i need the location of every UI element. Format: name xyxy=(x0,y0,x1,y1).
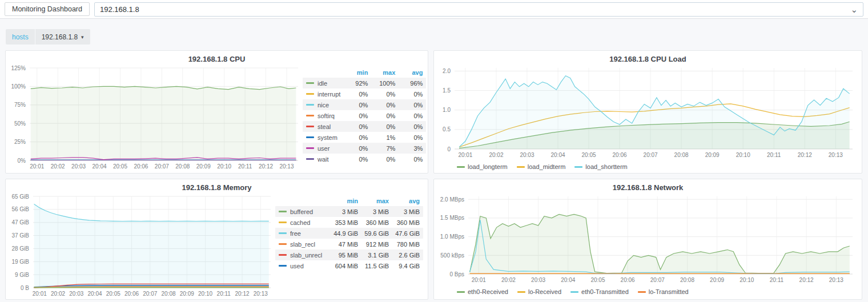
topbar: Monitoring Dashboard 192.168.1.8 ⌄ xyxy=(0,0,868,19)
series-color-swatch xyxy=(306,104,314,106)
svg-text:20:13: 20:13 xyxy=(254,291,268,297)
svg-text:19 GiB: 19 GiB xyxy=(11,259,29,265)
svg-text:20:13: 20:13 xyxy=(829,277,843,283)
legend-item-load_longterm[interactable]: load_longterm xyxy=(457,163,508,170)
legend-item-lo-Transmitted[interactable]: lo-Transmitted xyxy=(638,288,689,295)
svg-text:56 GiB: 56 GiB xyxy=(11,206,29,212)
panel-title-cpu-load[interactable]: 192.168.1.8 CPU Load xyxy=(434,51,862,65)
svg-text:20:10: 20:10 xyxy=(740,277,754,283)
svg-text:20:07: 20:07 xyxy=(650,277,665,283)
svg-text:1.0: 1.0 xyxy=(443,107,451,113)
legend-row-steal[interactable]: steal0%0%0% xyxy=(303,121,426,132)
legend-row-interrupt[interactable]: interrupt0%0%0% xyxy=(303,88,426,99)
panel-title-cpu[interactable]: 192.168.1.8 CPU xyxy=(6,51,428,65)
svg-text:20:11: 20:11 xyxy=(770,277,784,283)
panel-network: 192.168.1.8 Network 20:0120:0220:0320:04… xyxy=(433,179,862,300)
dashboard-title-button[interactable]: Monitoring Dashboard xyxy=(5,2,90,16)
svg-text:1.5: 1.5 xyxy=(443,87,451,94)
series-color-swatch xyxy=(279,243,287,245)
series-color-swatch xyxy=(574,166,582,168)
series-color-swatch xyxy=(570,291,578,293)
svg-text:500 kBps: 500 kBps xyxy=(440,252,464,259)
cpu-load-legend: load_longtermload_midtermload_shortterm xyxy=(436,162,859,170)
memory-chart[interactable]: 20:0120:0220:0320:0420:0520:0620:0720:08… xyxy=(8,193,275,300)
cpu_load-plot: 20:0120:0220:0320:0420:0520:0620:0720:08… xyxy=(436,65,857,159)
panel-cpu: 192.168.1.8 CPU 20:0120:0220:0320:0420:0… xyxy=(5,50,428,174)
svg-text:75%: 75% xyxy=(14,102,26,108)
legend-row-buffered[interactable]: buffered3 MiB3 MiB3 MiB xyxy=(275,206,423,217)
legend-row-user[interactable]: user0%7%3% xyxy=(303,143,426,154)
panel-title-network[interactable]: 192.168.1.8 Network xyxy=(434,179,862,193)
panel-memory: 192.168.1.8 Memory 20:0120:0220:0320:042… xyxy=(5,179,428,300)
svg-text:20:08: 20:08 xyxy=(680,277,694,283)
svg-text:20:04: 20:04 xyxy=(88,291,102,297)
svg-text:20:12: 20:12 xyxy=(798,152,812,158)
svg-text:20:10: 20:10 xyxy=(217,163,231,170)
legend-item-lo-Received[interactable]: lo-Received xyxy=(517,288,561,295)
cpu-chart[interactable]: 20:0120:0220:0320:0420:0520:0620:0720:08… xyxy=(8,65,303,173)
svg-text:65 GiB: 65 GiB xyxy=(11,194,29,200)
svg-text:20:02: 20:02 xyxy=(51,291,65,297)
host-dropdown-button[interactable]: 192.168.1.8 ▾ xyxy=(35,29,90,45)
svg-text:20:02: 20:02 xyxy=(501,277,516,283)
svg-text:20:11: 20:11 xyxy=(767,152,781,158)
legend-header: minmaxavg xyxy=(275,195,423,206)
svg-text:1.0 MBps: 1.0 MBps xyxy=(440,233,464,240)
svg-text:0%: 0% xyxy=(18,158,26,164)
series-color-swatch xyxy=(306,115,314,116)
host-select-value: 192.168.1.8 xyxy=(100,5,139,14)
series-color-swatch xyxy=(306,136,314,138)
svg-text:20:07: 20:07 xyxy=(155,163,169,170)
svg-text:20:03: 20:03 xyxy=(71,163,86,170)
svg-text:20:11: 20:11 xyxy=(238,163,252,170)
tagbar: hosts 192.168.1.8 ▾ xyxy=(6,29,868,45)
svg-text:20:11: 20:11 xyxy=(217,291,231,297)
memory-plot: 20:0120:0220:0320:0420:0520:0620:0720:08… xyxy=(8,193,275,298)
svg-text:20:10: 20:10 xyxy=(736,152,750,158)
svg-text:20:02: 20:02 xyxy=(51,163,65,170)
dashboard-grid: 192.168.1.8 CPU 20:0120:0220:0320:0420:0… xyxy=(0,45,868,300)
svg-text:20:13: 20:13 xyxy=(279,163,294,170)
panel-cpu-load: 192.168.1.8 CPU Load 20:0120:0220:0320:0… xyxy=(433,50,862,174)
cpu-load-chart[interactable]: 20:0120:0220:0320:0420:0520:0620:0720:08… xyxy=(436,65,859,162)
svg-text:0 Bps: 0 Bps xyxy=(449,271,464,277)
network-chart[interactable]: 20:0120:0220:0320:0420:0520:0620:0720:08… xyxy=(436,193,859,287)
legend-header: minmaxavg xyxy=(303,67,426,78)
legend-row-free[interactable]: free44.9 GiB59.6 GiB47.6 GiB xyxy=(275,228,423,239)
svg-text:20:04: 20:04 xyxy=(550,152,565,158)
host-dropdown-label: 192.168.1.8 xyxy=(42,33,78,41)
legend-row-nice[interactable]: nice0%0%0% xyxy=(303,99,426,110)
legend-row-softirq[interactable]: softirq0%0%0% xyxy=(303,110,426,121)
legend-item-load_midterm[interactable]: load_midterm xyxy=(517,163,566,170)
svg-text:20:12: 20:12 xyxy=(235,291,249,297)
svg-text:37 GiB: 37 GiB xyxy=(11,232,29,239)
svg-text:9 GiB: 9 GiB xyxy=(15,272,29,278)
svg-text:0 B: 0 B xyxy=(21,285,29,291)
legend-item-eth0-Received[interactable]: eth0-Received xyxy=(457,288,508,295)
series-color-swatch xyxy=(457,166,465,168)
host-select[interactable]: 192.168.1.8 ⌄ xyxy=(94,2,863,17)
svg-text:20:02: 20:02 xyxy=(489,152,503,158)
legend-row-slab_unrecl[interactable]: slab_unrecl95 MiB3.1 GiB2.6 GiB xyxy=(275,249,423,260)
legend-item-load_shortterm[interactable]: load_shortterm xyxy=(574,163,627,170)
legend-row-cached[interactable]: cached353 MiB360 MiB360 MiB xyxy=(275,217,423,228)
series-color-swatch xyxy=(306,126,314,127)
legend-row-wait[interactable]: wait0%0%0% xyxy=(303,154,426,164)
legend-item-eth0-Transmitted[interactable]: eth0-Transmitted xyxy=(570,288,629,295)
svg-text:20:01: 20:01 xyxy=(30,163,44,170)
legend-row-slab_recl[interactable]: slab_recl47 MiB912 MiB780 MiB xyxy=(275,239,423,249)
svg-text:20:12: 20:12 xyxy=(259,163,273,170)
cpu-plot: 20:0120:0220:0320:0420:0520:0620:0720:08… xyxy=(8,65,303,171)
svg-text:20:07: 20:07 xyxy=(143,291,157,297)
svg-text:20:08: 20:08 xyxy=(674,152,689,158)
caret-down-icon: ▾ xyxy=(81,34,84,40)
svg-text:20:12: 20:12 xyxy=(799,277,814,283)
svg-text:20:06: 20:06 xyxy=(613,152,627,158)
svg-text:100%: 100% xyxy=(11,83,26,90)
panel-title-memory[interactable]: 192.168.1.8 Memory xyxy=(6,179,428,193)
legend-row-system[interactable]: system0%1%0% xyxy=(303,132,426,143)
legend-row-idle[interactable]: idle92%100%96% xyxy=(303,78,426,88)
tag-hosts[interactable]: hosts xyxy=(6,29,35,45)
legend-row-used[interactable]: used604 MiB11.5 GiB9.4 GiB xyxy=(275,260,423,271)
series-color-swatch xyxy=(306,147,314,149)
